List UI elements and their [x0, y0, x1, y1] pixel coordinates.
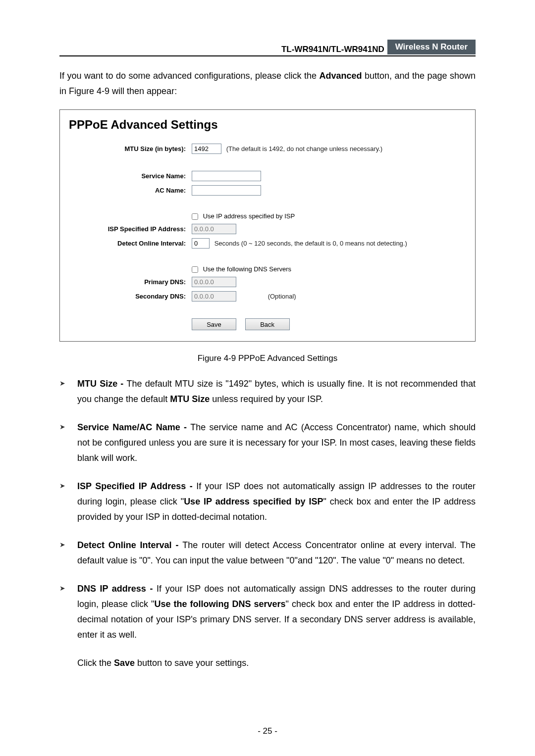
save-button[interactable]: Save — [192, 318, 236, 330]
bullet-lead: Detect Online Interval - — [77, 540, 182, 550]
panel-title: PPPoE Advanced Settings — [69, 118, 466, 132]
row-detect-interval: Detect Online Interval: Seconds (0 ~ 120… — [69, 236, 466, 251]
isp-ip-label: ISP Specified IP Address: — [69, 222, 189, 236]
chevron-right-icon: ➤ — [59, 479, 77, 493]
row-secondary-dns: Secondary DNS: (Optional) — [69, 289, 466, 303]
chevron-right-icon: ➤ — [59, 538, 77, 552]
header-rule — [59, 55, 476, 56]
row-buttons: Save Back — [69, 316, 466, 332]
bullet-body-b: unless required by your ISP. — [210, 394, 323, 404]
document-page: TL-WR941N/TL-WR941ND Wireless N Router I… — [0, 0, 535, 756]
page-number: - 25 - — [0, 726, 535, 736]
use-isp-ip-text: Use IP address specified by ISP — [203, 212, 295, 220]
service-name-input[interactable] — [192, 171, 261, 181]
bullet-lead: MTU Size - — [77, 379, 127, 389]
back-button[interactable]: Back — [245, 318, 290, 330]
figure-caption: Figure 4-9 PPPoE Advanced Settings — [59, 353, 476, 363]
bullet-bold-a: Use IP address specified by ISP — [184, 497, 323, 506]
header-product: Wireless N Router — [387, 40, 476, 54]
advanced-word: Advanced — [319, 71, 362, 81]
after-text-a: Click the — [77, 658, 114, 668]
row-primary-dns: Primary DNS: — [69, 275, 466, 289]
header-model: TL-WR941N/TL-WR941ND — [59, 40, 387, 54]
detect-interval-input[interactable] — [192, 238, 210, 249]
bullet-list: ➤ MTU Size - The default MTU size is "14… — [59, 376, 476, 642]
service-name-label: Service Name: — [69, 169, 189, 183]
primary-dns-label: Primary DNS: — [69, 275, 189, 289]
mtu-label: MTU Size (in bytes): — [69, 142, 189, 156]
row-service-name: Service Name: — [69, 169, 466, 183]
secondary-dns-input[interactable] — [192, 291, 236, 302]
mtu-hint: (The default is 1492, do not change unle… — [226, 145, 383, 152]
settings-panel: PPPoE Advanced Settings MTU Size (in byt… — [59, 109, 476, 342]
primary-dns-input[interactable] — [192, 277, 236, 287]
optional-hint: (Optional) — [268, 293, 296, 300]
after-bold: Save — [114, 658, 135, 668]
intro-paragraph: If you want to do some advanced configur… — [59, 68, 476, 99]
use-dns-text: Use the following DNS Servers — [203, 265, 291, 273]
list-item: ➤ Detect Online Interval - The router wi… — [59, 538, 476, 568]
mtu-input[interactable] — [192, 144, 221, 154]
detect-interval-label: Detect Online Interval: — [69, 236, 189, 251]
list-item: ➤ MTU Size - The default MTU size is "14… — [59, 376, 476, 407]
settings-table: MTU Size (in bytes): (The default is 149… — [69, 142, 466, 332]
list-item: ➤ ISP Specified IP Address - If your ISP… — [59, 479, 476, 525]
row-mtu: MTU Size (in bytes): (The default is 149… — [69, 142, 466, 156]
page-header: TL-WR941N/TL-WR941ND Wireless N Router — [59, 40, 476, 54]
intro-text-a: If you want to do some advanced configur… — [59, 71, 319, 81]
bullet-lead: ISP Specified IP Address - — [77, 481, 196, 491]
use-dns-label[interactable]: Use the following DNS Servers — [192, 265, 291, 273]
row-isp-ip: ISP Specified IP Address: — [69, 222, 466, 236]
row-ac-name: AC Name: — [69, 183, 466, 198]
list-item: ➤ Service Name/AC Name - The service nam… — [59, 420, 476, 466]
row-use-isp-ip: Use IP address specified by ISP — [69, 210, 466, 222]
detect-interval-hint: Seconds (0 ~ 120 seconds, the default is… — [214, 240, 407, 247]
chevron-right-icon: ➤ — [59, 420, 77, 434]
row-use-dns: Use the following DNS Servers — [69, 263, 466, 275]
ac-name-input[interactable] — [192, 185, 261, 196]
bullet-bold-a: MTU Size — [170, 394, 210, 404]
chevron-right-icon: ➤ — [59, 376, 77, 390]
secondary-dns-label: Secondary DNS: — [69, 289, 189, 303]
chevron-right-icon: ➤ — [59, 581, 77, 595]
after-text-b: button to save your settings. — [135, 658, 249, 668]
isp-ip-input[interactable] — [192, 224, 236, 234]
ac-name-label: AC Name: — [69, 183, 189, 198]
bullet-bold-a: Use the following DNS servers — [155, 599, 286, 609]
use-isp-ip-checkbox[interactable] — [192, 213, 198, 220]
bullet-lead: Service Name/AC Name - — [77, 422, 190, 432]
use-isp-ip-label[interactable]: Use IP address specified by ISP — [192, 212, 295, 220]
bullet-lead: DNS IP address - — [77, 584, 157, 594]
use-dns-checkbox[interactable] — [192, 266, 198, 273]
list-item: ➤ DNS IP address - If your ISP does not … — [59, 581, 476, 643]
after-list-paragraph: Click the Save button to save your setti… — [77, 655, 476, 671]
